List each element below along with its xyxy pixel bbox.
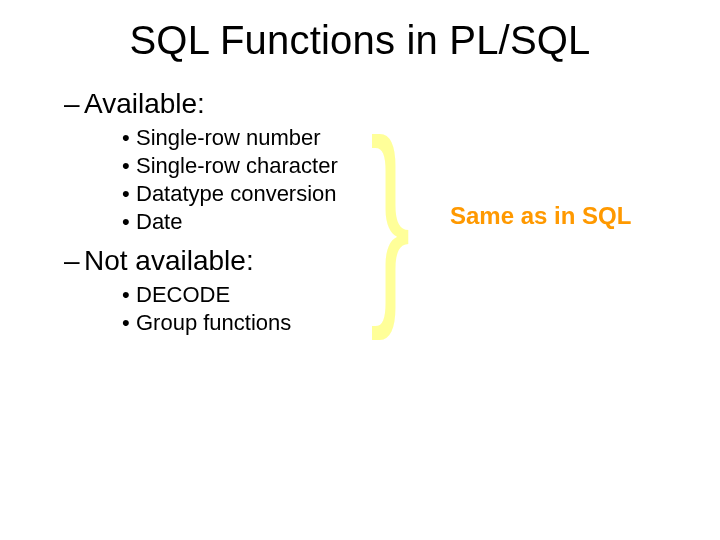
list-item-text: Single-row number bbox=[136, 125, 321, 150]
bullet-dot: • bbox=[122, 281, 136, 309]
section-available-label: Available: bbox=[84, 88, 205, 119]
bullet-dot: • bbox=[122, 124, 136, 152]
list-item-text: Group functions bbox=[136, 310, 291, 335]
bullet-dot: • bbox=[122, 152, 136, 180]
list-item-text: Date bbox=[136, 209, 182, 234]
dash-bullet: – bbox=[64, 88, 84, 120]
slide: SQL Functions in PL/SQL –Available: •Sin… bbox=[0, 0, 720, 540]
annotation-text: Same as in SQL bbox=[450, 202, 631, 230]
brace-icon: } bbox=[370, 108, 410, 328]
list-item-text: Single-row character bbox=[136, 153, 338, 178]
section-not-available-label: Not available: bbox=[84, 245, 254, 276]
list-item-text: DECODE bbox=[136, 282, 230, 307]
page-title: SQL Functions in PL/SQL bbox=[0, 18, 720, 63]
bullet-dot: • bbox=[122, 180, 136, 208]
section-not-available: –Not available: bbox=[64, 245, 656, 277]
list-item-text: Datatype conversion bbox=[136, 181, 337, 206]
section-available: –Available: bbox=[64, 88, 656, 120]
bullet-dot: • bbox=[122, 309, 136, 337]
bullet-dot: • bbox=[122, 208, 136, 236]
dash-bullet: – bbox=[64, 245, 84, 277]
